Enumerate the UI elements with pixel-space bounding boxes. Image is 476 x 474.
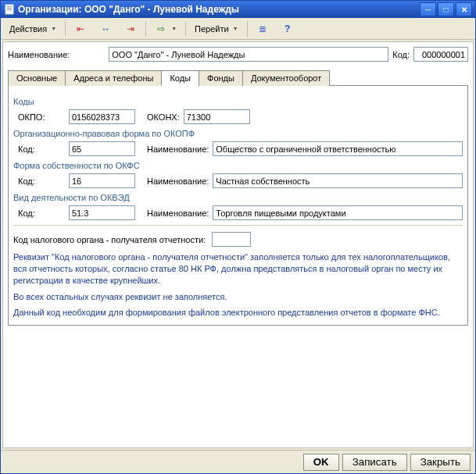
name-label: Наименование:	[8, 50, 70, 59]
okopf-name-label: Наименование:	[147, 144, 209, 154]
tab-label: Фонды	[207, 73, 234, 83]
arrow-left-icon: ↔	[99, 23, 112, 35]
arrow-right-icon: ⇥	[124, 23, 137, 35]
okved-name-label: Наименование:	[147, 208, 209, 218]
tab-label: Документооборот	[251, 73, 321, 83]
okopf-heading: Организационно-правовая форма по ОКОПФ	[13, 129, 463, 138]
chevron-down-icon: ▼	[233, 26, 238, 31]
actions-menu[interactable]: Действия▼	[4, 20, 62, 37]
arrow-left-bar-icon: ⇤	[74, 23, 87, 35]
okonh-label: ОКОНХ:	[147, 112, 180, 122]
toolbar: Действия▼ ⇤ ↔ ⇥ ⇨▼ Перейти▼ ≣ ?	[1, 18, 475, 40]
titlebar: Организации: ООО "Данго" - Луневой Надеж…	[1, 1, 475, 18]
goto-menu[interactable]: Перейти▼	[189, 20, 244, 37]
tab-docs[interactable]: Документооборот	[242, 70, 330, 86]
list-button[interactable]: ≣	[251, 20, 274, 37]
tab-label: Основные	[16, 73, 57, 83]
tab-addresses[interactable]: Адреса и телефоны	[65, 70, 162, 86]
separator	[247, 21, 248, 37]
chevron-down-icon: ▼	[171, 26, 177, 31]
tab-panel-codes: Коды ОКПО: ОКОНХ: Организационно-правова…	[8, 86, 468, 326]
separator	[65, 21, 66, 37]
separator	[185, 21, 186, 37]
tax-note-3: Данный код необходим для формирования фа…	[13, 307, 463, 319]
tab-main[interactable]: Основные	[8, 70, 66, 86]
okpo-field[interactable]	[69, 109, 135, 124]
footer: OK Записать Закрыть	[1, 450, 475, 473]
window-title: Организации: ООО "Данго" - Луневой Надеж…	[18, 4, 418, 15]
code-field[interactable]	[413, 47, 468, 62]
okopf-name-field[interactable]	[213, 141, 463, 156]
okved-name-field[interactable]	[213, 205, 463, 220]
okved-code-label: Код:	[18, 208, 65, 218]
tab-funds[interactable]: Фонды	[199, 70, 243, 86]
tab-label: Адреса и телефоны	[73, 73, 153, 83]
svg-rect-1	[7, 6, 12, 7]
tab-label: Коды	[170, 73, 191, 83]
tax-note-2: Во всех остальных случаях реквизит не за…	[13, 291, 463, 303]
okfs-name-field[interactable]	[213, 173, 463, 188]
codes-heading: Коды	[13, 97, 463, 106]
okpo-label: ОКПО:	[18, 112, 65, 122]
tax-note-1: Реквизит "Код налогового органа - получа…	[13, 251, 463, 287]
export-button[interactable]: ⇨▼	[149, 20, 182, 37]
nav-first-button[interactable]: ⇤	[69, 20, 92, 37]
svg-rect-2	[7, 8, 12, 9]
name-field[interactable]	[109, 47, 388, 62]
chevron-down-icon: ▼	[51, 26, 56, 31]
close-form-button[interactable]: Закрыть	[410, 454, 471, 471]
help-icon: ?	[281, 23, 294, 35]
okved-heading: Вид деятельности по ОКВЭД	[13, 193, 463, 202]
okfs-heading: Форма собственности по ОКФС	[13, 161, 463, 170]
nav-next-button[interactable]: ⇥	[119, 20, 142, 37]
close-button[interactable]: ✕	[456, 2, 472, 16]
separator	[145, 21, 146, 37]
tab-strip: Основные Адреса и телефоны Коды Фонды До…	[8, 69, 468, 86]
app-icon	[4, 4, 15, 15]
nav-prev-button[interactable]: ↔	[94, 20, 117, 37]
minimize-button[interactable]: ─	[420, 2, 436, 16]
svg-rect-3	[7, 9, 12, 10]
okonh-field[interactable]	[184, 109, 250, 124]
content-area: Наименование: Код: Основные Адреса и тел…	[2, 41, 474, 448]
maximize-button[interactable]: □	[438, 2, 454, 16]
okfs-code-field[interactable]	[69, 173, 135, 188]
okopf-code-label: Код:	[18, 144, 65, 154]
save-button[interactable]: Записать	[342, 454, 407, 471]
goto-label: Перейти	[195, 24, 229, 34]
tax-code-label: Код налогового органа - получателя отчет…	[13, 235, 206, 244]
okfs-code-label: Код:	[18, 176, 65, 186]
ok-button[interactable]: OK	[303, 454, 339, 471]
tab-codes[interactable]: Коды	[161, 70, 199, 86]
list-icon: ≣	[256, 23, 269, 35]
actions-label: Действия	[9, 24, 47, 34]
help-button[interactable]: ?	[276, 20, 299, 37]
divider	[13, 225, 463, 226]
okfs-name-label: Наименование:	[147, 176, 209, 186]
code-label: Код:	[392, 50, 410, 59]
okopf-code-field[interactable]	[69, 141, 135, 156]
export-icon: ⇨	[155, 23, 167, 35]
okved-code-field[interactable]	[69, 205, 135, 220]
tax-code-field[interactable]	[212, 232, 251, 247]
